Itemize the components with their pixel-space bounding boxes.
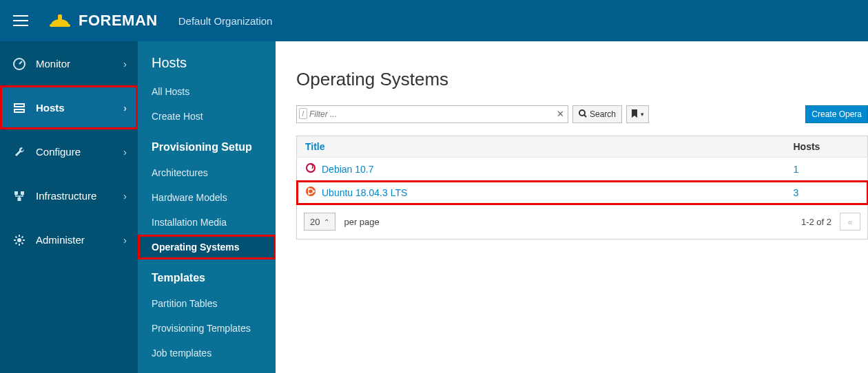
svg-point-15 bbox=[308, 193, 310, 195]
search-button-label: Search bbox=[590, 109, 616, 119]
svg-point-8 bbox=[17, 238, 21, 242]
per-page-label: per page bbox=[344, 217, 379, 227]
hosts-count-link[interactable]: 3 bbox=[794, 187, 799, 198]
sec-link-installation-media[interactable]: Installation Media bbox=[138, 210, 276, 235]
sidebar-item-administer[interactable]: Administer › bbox=[0, 217, 138, 262]
toolbar: / ✕ Search ▾ Create Opera bbox=[296, 105, 868, 123]
main-content: Operating Systems / ✕ Search ▾ Create Op… bbox=[276, 41, 868, 373]
svg-rect-7 bbox=[18, 198, 21, 201]
create-operating-system-button[interactable]: Create Opera bbox=[805, 105, 868, 123]
organization-selector[interactable]: Default Organization bbox=[178, 15, 273, 27]
brand-logo[interactable]: FOREMAN bbox=[48, 12, 158, 30]
col-hosts: Hosts bbox=[785, 136, 868, 158]
chevron-up-icon: ⌃ bbox=[324, 218, 329, 226]
svg-rect-4 bbox=[14, 109, 24, 112]
primary-sidebar: Monitor › Hosts › Configure › Infrastruc… bbox=[0, 41, 138, 373]
hosts-icon bbox=[12, 102, 26, 114]
table-row: Debian 10.7 1 bbox=[297, 158, 868, 181]
page-title: Operating Systems bbox=[296, 69, 868, 90]
sec-link-partition-tables[interactable]: Partition Tables bbox=[138, 291, 276, 316]
gear-icon bbox=[12, 234, 26, 246]
slash-shortcut-icon: / bbox=[299, 108, 307, 119]
secondary-sidebar-title: Hosts bbox=[138, 55, 276, 79]
svg-point-9 bbox=[579, 110, 585, 116]
filter-wrap: / ✕ bbox=[296, 105, 568, 123]
table-header-row: Title Hosts bbox=[297, 136, 868, 158]
svg-point-10 bbox=[307, 164, 315, 172]
sec-link-provisioning-templates[interactable]: Provisioning Templates bbox=[138, 316, 276, 341]
sec-link-architectures[interactable]: Architectures bbox=[138, 160, 276, 185]
sec-link-all-hosts[interactable]: All Hosts bbox=[138, 79, 276, 104]
wrench-icon bbox=[12, 146, 26, 158]
chevron-right-icon: › bbox=[123, 234, 127, 246]
pagination-bar: 20 ⌃ per page 1-2 of 2 « bbox=[296, 204, 868, 239]
chevron-right-icon: › bbox=[123, 190, 127, 202]
hosts-count-link[interactable]: 1 bbox=[794, 164, 799, 175]
svg-point-14 bbox=[308, 188, 310, 190]
pagination-summary: 1-2 of 2 bbox=[801, 217, 831, 227]
col-title[interactable]: Title bbox=[297, 136, 785, 158]
chevron-right-icon: › bbox=[123, 102, 127, 114]
sidebar-item-label: Infrastructure bbox=[36, 190, 96, 202]
sidebar-item-label: Administer bbox=[36, 234, 85, 246]
clear-filter-icon[interactable]: ✕ bbox=[557, 109, 564, 119]
sec-heading-provisioning: Provisioning Setup bbox=[138, 129, 276, 160]
svg-rect-3 bbox=[14, 104, 24, 107]
sec-link-create-host[interactable]: Create Host bbox=[138, 104, 276, 129]
svg-rect-1 bbox=[58, 14, 62, 21]
infra-icon bbox=[12, 190, 26, 202]
sec-heading-templates: Templates bbox=[138, 259, 276, 291]
svg-rect-5 bbox=[14, 191, 18, 195]
sec-link-job-templates[interactable]: Job templates bbox=[138, 341, 276, 365]
hamburger-menu-icon[interactable] bbox=[7, 7, 34, 34]
chevron-right-icon: › bbox=[123, 58, 127, 70]
svg-rect-0 bbox=[50, 24, 70, 27]
bookmark-dropdown[interactable]: ▾ bbox=[626, 105, 649, 123]
sidebar-item-infrastructure[interactable]: Infrastructure › bbox=[0, 173, 138, 217]
debian-icon bbox=[305, 162, 316, 175]
operating-systems-table: Title Hosts Debian 10.7 1 bbox=[296, 136, 868, 204]
top-bar: FOREMAN Default Organization bbox=[0, 0, 868, 41]
chevron-down-icon: ▾ bbox=[641, 111, 644, 118]
svg-rect-6 bbox=[21, 191, 24, 195]
per-page-selector[interactable]: 20 ⌃ bbox=[304, 213, 335, 231]
sidebar-item-label: Hosts bbox=[36, 102, 65, 114]
sidebar-item-configure[interactable]: Configure › bbox=[0, 129, 138, 173]
ubuntu-icon bbox=[305, 186, 316, 199]
sec-link-hardware-models[interactable]: Hardware Models bbox=[138, 185, 276, 210]
sidebar-item-monitor[interactable]: Monitor › bbox=[0, 41, 138, 85]
table-row: Ubuntu 18.04.3 LTS 3 bbox=[297, 181, 868, 204]
secondary-sidebar: Hosts All Hosts Create Host Provisioning… bbox=[138, 41, 276, 373]
search-icon bbox=[579, 109, 587, 120]
search-button[interactable]: Search bbox=[572, 105, 622, 123]
os-link-debian[interactable]: Debian 10.7 bbox=[322, 164, 374, 175]
per-page-value: 20 bbox=[310, 217, 320, 227]
sidebar-item-label: Monitor bbox=[36, 58, 70, 70]
os-link-ubuntu[interactable]: Ubuntu 18.04.3 LTS bbox=[322, 187, 407, 198]
dashboard-icon bbox=[12, 58, 26, 70]
brand-text: FOREMAN bbox=[79, 12, 158, 30]
filter-input[interactable] bbox=[296, 105, 568, 123]
foreman-helmet-icon bbox=[48, 12, 72, 30]
sec-link-operating-systems[interactable]: Operating Systems bbox=[138, 235, 276, 259]
sidebar-item-hosts[interactable]: Hosts › bbox=[0, 85, 138, 129]
page-first-button[interactable]: « bbox=[840, 213, 860, 231]
sidebar-item-label: Configure bbox=[36, 146, 81, 158]
bookmark-icon bbox=[631, 109, 638, 120]
chevron-right-icon: › bbox=[123, 146, 127, 158]
svg-point-13 bbox=[313, 191, 315, 193]
